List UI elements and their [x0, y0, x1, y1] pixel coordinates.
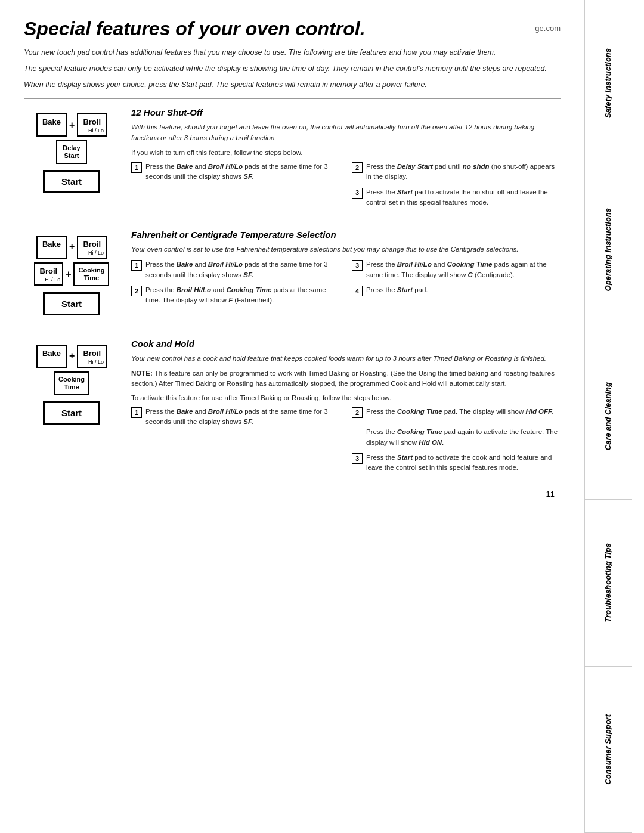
start-row-1: Start: [43, 168, 100, 193]
bake-broil-row-3: Bake + Broil Hi / Lo: [36, 345, 107, 368]
delay-start-pad: DelayStart: [56, 140, 87, 164]
step-num-1-2: 2: [352, 162, 363, 173]
diagram-section3: Bake + Broil Hi / Lo CookingTime Start: [24, 339, 119, 478]
bake-pad-3: Bake: [36, 345, 67, 368]
bake-pad-2: Bake: [36, 236, 67, 259]
section1-steps: 1 Press the Bake and Broil Hi/Lo pads at…: [131, 162, 561, 212]
step-text-2-3: Press the Broil Hi/Lo and Cooking Time p…: [366, 259, 561, 280]
step-1-2: 2 Press the Delay Start pad until no shd…: [352, 162, 561, 182]
divider-1: [24, 98, 561, 99]
delay-start-row: DelayStart: [56, 140, 87, 164]
page-title: Special features of your oven control.: [24, 18, 366, 40]
section1-turnoff: If you wish to turn off this feature, fo…: [131, 148, 561, 158]
step-2-1: 1 Press the Bake and Broil Hi/Lo pads at…: [131, 259, 340, 280]
plus-icon-1: +: [69, 120, 75, 131]
sidebar-care-label: Care and Cleaning: [603, 382, 614, 450]
cooking-time-row-2: CookingTime: [54, 371, 89, 395]
plus-icon-2: +: [69, 241, 75, 252]
sidebar-care: Care and Cleaning: [585, 333, 632, 500]
section2-steps-left: 1 Press the Bake and Broil Hi/Lo pads at…: [131, 259, 340, 310]
section1-steps-left: 1 Press the Bake and Broil Hi/Lo pads at…: [131, 162, 340, 212]
step-text-1-1: Press the Bake and Broil Hi/Lo pads at t…: [145, 162, 340, 182]
broil-pad-1: Broil Hi / Lo: [77, 113, 107, 137]
step-num-3-1: 1: [131, 407, 142, 418]
start-row-3: Start: [43, 399, 100, 425]
section2-steps: 1 Press the Bake and Broil Hi/Lo pads at…: [131, 259, 561, 310]
section3-steps-right: 2 Press the Cooking Time pad. The displa…: [352, 407, 561, 478]
content-section2: Fahrenheit or Centigrade Temperature Sel…: [131, 230, 561, 321]
plus-icon-3: +: [66, 269, 71, 280]
step-num-3-2: 2: [352, 407, 363, 418]
intro-para-1: Your new touch pad control has additiona…: [24, 47, 561, 58]
content-section1: 12 Hour Shut-Off With this feature, shou…: [131, 107, 561, 212]
plus-icon-4: +: [69, 351, 75, 361]
page-number: 11: [24, 490, 561, 498]
intro-para-2: The special feature modes can only be ac…: [24, 63, 561, 75]
sidebar-consumer: Consumer Support: [585, 667, 632, 833]
start-pad-1: Start: [43, 170, 100, 193]
divider-2: [24, 221, 561, 221]
section2-desc: Your oven control is set to use the Fahr…: [131, 244, 561, 255]
section3-note: NOTE: This feature can only be programme…: [131, 368, 561, 389]
start-row-2: Start: [43, 290, 100, 315]
step-3-3: 3 Press the Start pad to activate the co…: [352, 453, 561, 473]
ge-logo: ge.com: [535, 18, 561, 33]
sidebar-troubleshooting: Troubleshooting Tips: [585, 500, 632, 666]
sidebar-safety-label: Safety Instructions: [603, 48, 614, 118]
section-fahrenheit: Bake + Broil Hi / Lo Broil Hi / Lo +: [24, 230, 561, 321]
section3-activate: To activate this feature for use after T…: [131, 393, 561, 403]
cooking-time-pad-1: CookingTime: [73, 262, 109, 286]
step-1-3: 3 Press the Start pad to activate the no…: [352, 187, 561, 208]
step-text-2-2: Press the Broil Hi/Lo and Cooking Time p…: [145, 285, 340, 306]
section2-steps-right: 3 Press the Broil Hi/Lo and Cooking Time…: [352, 259, 561, 310]
start-pad-3: Start: [43, 401, 100, 425]
step-num-3-3: 3: [352, 453, 363, 464]
step-text-2-1: Press the Bake and Broil Hi/Lo pads at t…: [145, 259, 340, 280]
diagram-section2: Bake + Broil Hi / Lo Broil Hi / Lo +: [24, 230, 119, 321]
page-header: Special features of your oven control. g…: [24, 18, 561, 40]
step-text-3-2: Press the Cooking Time pad. The display …: [366, 407, 561, 448]
step-text-1-2: Press the Delay Start pad until no shdn …: [366, 162, 561, 182]
step-text-3-1: Press the Bake and Broil Hi/Lo pads at t…: [145, 407, 340, 428]
section1-desc: With this feature, should you forget and…: [131, 122, 561, 143]
step-num-2-2: 2: [131, 286, 142, 296]
step-text-2-4: Press the Start pad.: [366, 285, 428, 296]
sidebar: Safety Instructions Operating Instructio…: [584, 0, 632, 833]
divider-3: [24, 330, 561, 330]
section2-title: Fahrenheit or Centigrade Temperature Sel…: [131, 230, 561, 240]
step-num-2-1: 1: [131, 260, 142, 271]
step-2-4: 4 Press the Start pad.: [352, 285, 561, 296]
bake-pad: Bake: [36, 113, 67, 137]
step-2-3: 3 Press the Broil Hi/Lo and Cooking Time…: [352, 259, 561, 280]
section3-title: Cook and Hold: [131, 339, 561, 349]
sidebar-operating: Operating Instructions: [585, 166, 632, 333]
sidebar-troubleshooting-label: Troubleshooting Tips: [603, 543, 614, 622]
start-pad-2: Start: [43, 292, 100, 315]
content-section3: Cook and Hold Your new control has a coo…: [131, 339, 561, 478]
section3-desc: Your new control has a cook and hold fea…: [131, 354, 561, 364]
step-text-1-3: Press the Start pad to activate the no s…: [366, 187, 561, 208]
step-num-2-4: 4: [352, 286, 363, 296]
diagram-section1: Bake + Broil Hi / Lo DelayStart Start: [24, 107, 119, 212]
step-num-2-3: 3: [352, 260, 363, 271]
bake-broil-row: Bake + Broil Hi / Lo: [36, 113, 107, 137]
sidebar-consumer-label: Consumer Support: [603, 714, 614, 785]
section1-title: 12 Hour Shut-Off: [131, 107, 561, 117]
broil-cooking-row: Broil Hi / Lo + CookingTime: [34, 262, 110, 286]
broil-pad-3: Broil Hi / Lo: [34, 262, 64, 286]
section-12hour-shutoff: Bake + Broil Hi / Lo DelayStart Start: [24, 107, 561, 212]
step-3-1: 1 Press the Bake and Broil Hi/Lo pads at…: [131, 407, 340, 428]
broil-pad-4: Broil Hi / Lo: [77, 345, 107, 368]
sidebar-operating-label: Operating Instructions: [603, 208, 614, 291]
bake-broil-row-2: Bake + Broil Hi / Lo: [36, 236, 107, 259]
cooking-time-pad-2: CookingTime: [54, 371, 89, 395]
intro-para-3: When the display shows your choice, pres…: [24, 79, 561, 91]
section3-steps-left: 1 Press the Bake and Broil Hi/Lo pads at…: [131, 407, 340, 478]
broil-pad-2: Broil Hi / Lo: [77, 236, 107, 259]
section1-steps-right: 2 Press the Delay Start pad until no shd…: [352, 162, 561, 212]
step-2-2: 2 Press the Broil Hi/Lo and Cooking Time…: [131, 285, 340, 306]
step-text-3-3: Press the Start pad to activate the cook…: [366, 453, 561, 473]
step-num-1-1: 1: [131, 162, 142, 173]
sidebar-safety: Safety Instructions: [585, 0, 632, 166]
step-3-2: 2 Press the Cooking Time pad. The displa…: [352, 407, 561, 448]
